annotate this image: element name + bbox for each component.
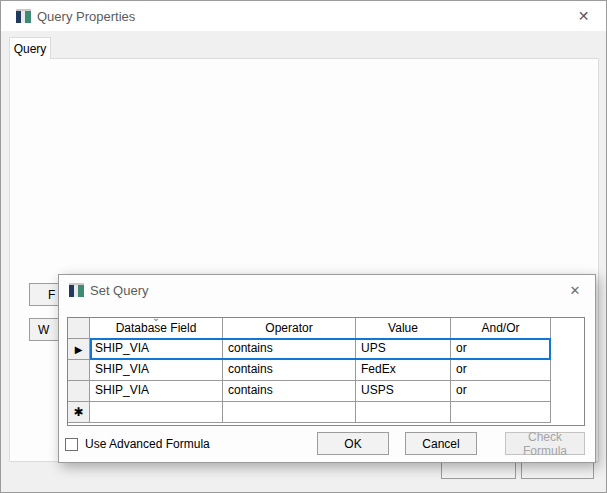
new-row-selector[interactable]: ✱ (68, 402, 90, 423)
row-2-value-cell[interactable]: FedEx (356, 360, 451, 381)
tab-query[interactable]: Query (9, 37, 51, 59)
tab-query-label: Query (14, 42, 47, 56)
grid-row-3: SHIP_VIA contains USPS or (68, 381, 584, 402)
new-row-value-cell[interactable] (356, 402, 451, 423)
row-1-database-field-cell[interactable]: SHIP_VIA (90, 339, 223, 360)
check-formula-button: Check Formula (505, 432, 585, 455)
row-3-value-cell[interactable]: USPS (356, 381, 451, 402)
cancel-button[interactable]: Cancel (405, 432, 477, 455)
new-row-andor-cell[interactable] (451, 402, 551, 423)
window-title: Query Properties (37, 9, 135, 24)
current-row-arrow-icon: ▶ (75, 344, 83, 355)
row-2-andor-cell[interactable]: or (451, 360, 551, 381)
close-icon[interactable]: ✕ (561, 1, 606, 31)
row-1-value-cell[interactable]: UPS (356, 339, 451, 360)
row-3-operator-cell[interactable]: contains (223, 381, 356, 402)
use-advanced-formula-label[interactable]: Use Advanced Formula (85, 437, 210, 451)
new-row-operator-cell[interactable] (223, 402, 356, 423)
row-3-selector[interactable] (68, 381, 90, 402)
row-2-selector[interactable] (68, 360, 90, 381)
row-1-andor-cell[interactable]: or (451, 339, 551, 360)
row-3-andor-cell[interactable]: or (451, 381, 551, 402)
column-header-value[interactable]: Value (356, 318, 451, 339)
grid-header-filler (551, 318, 584, 339)
set-query-title: Set Query (90, 283, 149, 298)
row-2-database-field-cell[interactable]: SHIP_VIA (90, 360, 223, 381)
grid-row-2: SHIP_VIA contains FedEx or (68, 360, 584, 381)
row-1-selector[interactable]: ▶ (68, 339, 90, 360)
query-properties-window: Query Properties ✕ Query Query ID: Query… (0, 0, 607, 493)
column-header-database-field[interactable]: ⌄ Database Field (90, 318, 223, 339)
app-icon (16, 9, 31, 23)
use-advanced-formula-checkbox[interactable] (65, 438, 78, 451)
set-query-titlebar[interactable]: Set Query ✕ (59, 275, 595, 305)
new-row-database-field-cell[interactable] (90, 402, 223, 423)
sort-caret-icon: ⌄ (152, 313, 160, 323)
set-query-dialog: Set Query ✕ ⌄ Database Field Operator Va… (58, 274, 596, 463)
query-properties-titlebar[interactable]: Query Properties ✕ (1, 1, 606, 31)
set-query-close-icon[interactable]: ✕ (555, 275, 595, 305)
column-header-andor[interactable]: And/Or (451, 318, 551, 339)
new-row-asterisk-icon: ✱ (73, 405, 83, 419)
grid-new-row: ✱ (68, 402, 584, 423)
column-header-operator[interactable]: Operator (223, 318, 356, 339)
row-3-database-field-cell[interactable]: SHIP_VIA (90, 381, 223, 402)
set-query-app-icon (69, 283, 84, 297)
criteria-grid: ⌄ Database Field Operator Value And/Or ▶… (67, 317, 585, 426)
row-2-operator-cell[interactable]: contains (223, 360, 356, 381)
grid-corner-cell (68, 318, 90, 339)
ok-button[interactable]: OK (317, 432, 389, 455)
grid-row-1: ▶ SHIP_VIA contains UPS or (68, 339, 584, 360)
row-1-operator-cell[interactable]: contains (223, 339, 356, 360)
grid-header-row: ⌄ Database Field Operator Value And/Or (68, 318, 584, 339)
